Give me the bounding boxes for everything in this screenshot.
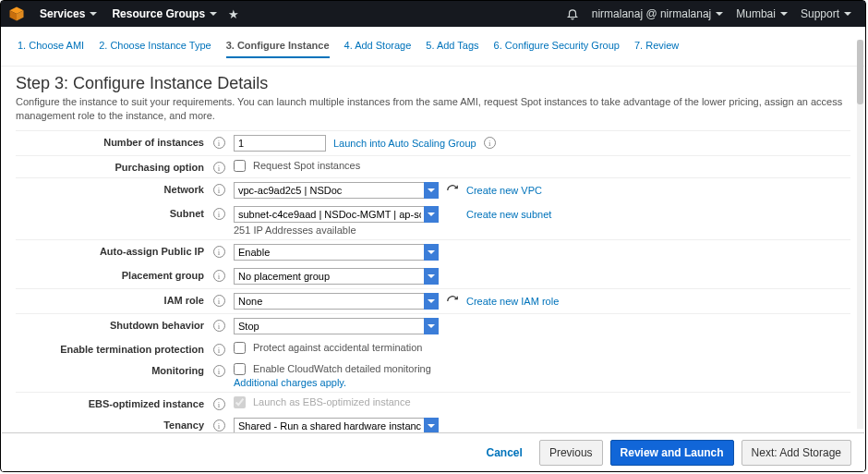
page-description: Configure the instance to suit your requ… bbox=[16, 95, 850, 123]
chevron-down-icon bbox=[780, 12, 788, 16]
subnet-hint: 251 IP Addresses available bbox=[234, 225, 850, 236]
ebs-label: EBS-optimized instance bbox=[16, 396, 210, 409]
info-icon[interactable]: i bbox=[213, 320, 225, 332]
create-iam-link[interactable]: Create new IAM role bbox=[466, 296, 559, 307]
aws-logo-icon[interactable] bbox=[8, 6, 25, 22]
footer: Cancel Previous Review and Launch Next: … bbox=[2, 432, 864, 471]
nav-services[interactable]: Services bbox=[32, 7, 104, 20]
autoip-select[interactable] bbox=[234, 244, 439, 261]
step-7[interactable]: 7. Review bbox=[634, 34, 679, 58]
request-spot-checkbox[interactable] bbox=[234, 160, 246, 172]
iam-select[interactable] bbox=[234, 293, 439, 310]
info-icon[interactable]: i bbox=[213, 295, 225, 307]
monitor-cb-label: Enable CloudWatch detailed monitoring bbox=[253, 363, 431, 374]
nav-services-label: Services bbox=[40, 7, 85, 20]
step-5[interactable]: 5. Add Tags bbox=[426, 34, 478, 58]
scrollbar-thumb[interactable] bbox=[857, 40, 863, 104]
monitor-label: Monitoring bbox=[16, 363, 210, 376]
wizard-steps: 1. Choose AMI 2. Choose Instance Type 3.… bbox=[1, 27, 865, 67]
term-protect-label: Protect against accidental termination bbox=[253, 342, 422, 353]
autoip-label: Auto-assign Public IP bbox=[16, 244, 210, 257]
num-instances-label: Number of instances bbox=[16, 135, 210, 148]
chevron-down-icon bbox=[716, 12, 723, 16]
step-3[interactable]: 3. Configure Instance bbox=[226, 34, 330, 58]
monitor-checkbox[interactable] bbox=[234, 363, 246, 375]
notifications-icon[interactable] bbox=[560, 7, 585, 20]
window: Services Resource Groups ★ nirmalanaj @ … bbox=[0, 0, 866, 472]
iam-label: IAM role bbox=[16, 293, 210, 306]
chevron-down-icon bbox=[844, 12, 851, 16]
subnet-select[interactable] bbox=[234, 206, 439, 223]
info-icon[interactable]: i bbox=[213, 419, 225, 431]
chevron-down-icon bbox=[90, 12, 97, 16]
nav-region[interactable]: Mumbai bbox=[729, 7, 794, 20]
refresh-icon[interactable] bbox=[446, 184, 459, 197]
network-label: Network bbox=[16, 182, 210, 195]
pin-icon[interactable]: ★ bbox=[228, 7, 239, 21]
create-vpc-link[interactable]: Create new VPC bbox=[466, 185, 542, 196]
monitor-charges-link[interactable]: Additional charges apply. bbox=[234, 377, 850, 388]
previous-button[interactable]: Previous bbox=[539, 440, 603, 466]
term-protect-checkbox[interactable] bbox=[234, 342, 246, 354]
refresh-icon[interactable] bbox=[446, 295, 459, 308]
subnet-label: Subnet bbox=[16, 206, 210, 219]
nav-account-label: nirmalanaj @ nirmalanaj bbox=[592, 7, 712, 20]
info-icon[interactable]: i bbox=[213, 137, 225, 149]
nav-resource-groups[interactable]: Resource Groups bbox=[104, 7, 224, 20]
ebs-checkbox bbox=[234, 396, 246, 408]
info-icon[interactable]: i bbox=[213, 344, 225, 356]
nav-rg-label: Resource Groups bbox=[112, 7, 205, 20]
step-1[interactable]: 1. Choose AMI bbox=[18, 34, 84, 58]
info-icon[interactable]: i bbox=[213, 184, 225, 196]
info-icon[interactable]: i bbox=[213, 398, 225, 410]
step-4[interactable]: 4. Add Storage bbox=[344, 34, 412, 58]
nav-support[interactable]: Support bbox=[794, 7, 858, 20]
nav-account[interactable]: nirmalanaj @ nirmalanaj bbox=[585, 7, 730, 20]
num-instances-input[interactable] bbox=[234, 135, 326, 152]
ebs-cb-label: Launch as EBS-optimized instance bbox=[253, 396, 411, 407]
cancel-button[interactable]: Cancel bbox=[477, 441, 532, 465]
tenancy-select[interactable] bbox=[234, 418, 439, 434]
shutdown-label: Shutdown behavior bbox=[16, 318, 210, 331]
review-and-launch-button[interactable]: Review and Launch bbox=[610, 440, 734, 466]
request-spot-label: Request Spot instances bbox=[253, 160, 360, 171]
info-icon[interactable]: i bbox=[213, 208, 225, 220]
step-6[interactable]: 6. Configure Security Group bbox=[494, 34, 620, 58]
info-icon[interactable]: i bbox=[213, 246, 225, 258]
nav-support-label: Support bbox=[801, 7, 839, 20]
network-select[interactable] bbox=[234, 182, 439, 199]
next-storage-button[interactable]: Next: Add Storage bbox=[741, 440, 851, 466]
chevron-down-icon bbox=[210, 12, 217, 16]
tenancy-label: Tenancy bbox=[16, 418, 210, 431]
main-panel: Step 3: Configure Instance Details Confi… bbox=[1, 67, 865, 436]
info-icon[interactable]: i bbox=[213, 365, 225, 377]
step-2[interactable]: 2. Choose Instance Type bbox=[99, 34, 211, 58]
info-icon[interactable]: i bbox=[213, 162, 225, 174]
term-label: Enable termination protection bbox=[16, 342, 210, 355]
page-title: Step 3: Configure Instance Details bbox=[16, 74, 850, 93]
scrollbar[interactable] bbox=[857, 40, 863, 429]
shutdown-select[interactable] bbox=[234, 318, 439, 334]
topbar: Services Resource Groups ★ nirmalanaj @ … bbox=[1, 1, 865, 27]
create-subnet-link[interactable]: Create new subnet bbox=[466, 209, 551, 220]
nav-region-label: Mumbai bbox=[736, 7, 776, 20]
placement-label: Placement group bbox=[16, 268, 210, 281]
info-icon[interactable]: i bbox=[213, 270, 225, 282]
info-icon[interactable]: i bbox=[484, 137, 496, 149]
placement-select[interactable] bbox=[234, 268, 439, 285]
purchasing-label: Purchasing option bbox=[16, 160, 210, 173]
launch-asg-link[interactable]: Launch into Auto Scaling Group bbox=[333, 138, 476, 149]
